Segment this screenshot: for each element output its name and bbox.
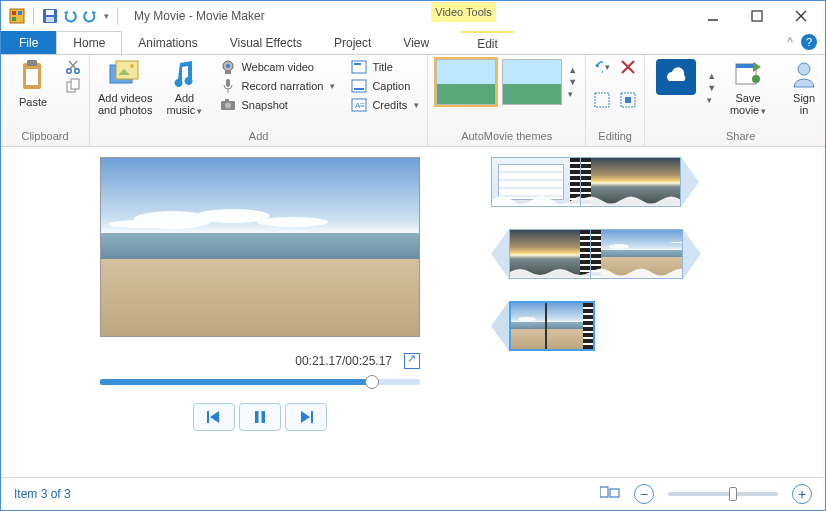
clip-2a[interactable] <box>509 229 591 279</box>
seek-bar[interactable] <box>100 379 420 385</box>
group-label-share: Share <box>653 130 826 144</box>
tab-visual-effects[interactable]: Visual Effects <box>214 31 318 54</box>
timeline-pane[interactable] <box>471 147 825 477</box>
svg-rect-6 <box>46 10 54 15</box>
svg-rect-1 <box>12 11 16 15</box>
undo-icon[interactable] <box>62 8 78 24</box>
caption-button[interactable]: Caption <box>351 78 419 94</box>
tab-project[interactable]: Project <box>318 31 387 54</box>
svg-text:A≡: A≡ <box>355 101 365 110</box>
svg-rect-42 <box>625 97 631 103</box>
add-music-label: Add music▾ <box>167 92 203 117</box>
zoom-slider[interactable] <box>668 492 778 496</box>
tab-view[interactable]: View <box>387 31 445 54</box>
svg-rect-20 <box>71 79 79 89</box>
svg-point-16 <box>75 69 79 73</box>
svg-rect-9 <box>752 11 762 21</box>
group-label-clipboard: Clipboard <box>9 130 81 144</box>
svg-rect-52 <box>610 489 619 497</box>
redo-icon[interactable] <box>82 8 98 24</box>
cut-icon[interactable] <box>65 59 81 75</box>
webcam-video-button[interactable]: Webcam video <box>220 59 335 75</box>
theme-scroll-down[interactable]: ▼ <box>568 77 577 87</box>
timeline-playhead[interactable] <box>545 301 547 351</box>
svg-rect-22 <box>116 61 138 79</box>
contextual-tab-header: Video Tools <box>431 2 496 22</box>
next-frame-button[interactable] <box>285 403 327 431</box>
tab-edit[interactable]: Edit <box>461 31 514 54</box>
tab-animations[interactable]: Animations <box>122 31 213 54</box>
rotate-icon[interactable]: ▾ <box>594 59 610 75</box>
microphone-icon <box>220 78 236 94</box>
timeline-row-2 <box>491 229 795 279</box>
minimize-button[interactable] <box>691 3 735 29</box>
zoom-thumb[interactable] <box>729 487 737 501</box>
zoom-out-button[interactable]: − <box>634 484 654 504</box>
delete-icon[interactable] <box>620 59 636 75</box>
theme-more[interactable]: ▾ <box>568 89 577 99</box>
select-all-icon[interactable] <box>594 92 610 108</box>
share-more[interactable]: ▾ <box>707 95 716 105</box>
theme-scroll-up[interactable]: ▲ <box>568 65 577 75</box>
paste-label: Paste <box>19 96 47 108</box>
svg-rect-13 <box>27 60 37 66</box>
share-scroll-up[interactable]: ▲ <box>707 71 716 81</box>
qat-customize-icon[interactable]: ▾ <box>104 11 109 21</box>
share-scroll-down[interactable]: ▼ <box>707 83 716 93</box>
credits-icon: A≡ <box>351 97 367 113</box>
save-icon[interactable] <box>42 8 58 24</box>
add-videos-photos-button[interactable]: Add videos and photos <box>98 59 152 116</box>
fullscreen-icon[interactable] <box>404 353 420 369</box>
group-label-automovie: AutoMovie themes <box>436 130 577 144</box>
maximize-button[interactable] <box>735 3 779 29</box>
title-bar: ▾ My Movie - Movie Maker Video Tools <box>1 1 825 31</box>
group-label-add: Add <box>98 130 419 144</box>
save-movie-button[interactable]: Save movie▾ <box>724 59 772 117</box>
app-icon <box>9 8 25 24</box>
ribbon-collapse-icon[interactable]: ^ <box>787 35 793 49</box>
timeline-row-3 <box>491 301 795 351</box>
svg-rect-4 <box>18 17 22 21</box>
credits-button[interactable]: A≡Credits▾ <box>351 97 419 113</box>
svg-point-15 <box>67 69 71 73</box>
sign-in-label: Sign in <box>793 92 815 116</box>
svg-rect-34 <box>352 80 366 92</box>
clip-3[interactable] <box>509 301 595 351</box>
svg-rect-40 <box>595 93 609 107</box>
tab-home[interactable]: Home <box>56 31 122 54</box>
ribbon-group-editing: ▾ Editing <box>586 55 645 146</box>
add-music-button[interactable]: Add music▾ <box>160 59 208 117</box>
prev-frame-button[interactable] <box>193 403 235 431</box>
automovie-theme-2[interactable] <box>502 59 562 105</box>
zoom-in-button[interactable]: + <box>792 484 812 504</box>
svg-point-25 <box>226 64 230 68</box>
copy-icon[interactable] <box>65 78 81 94</box>
clip-1a[interactable] <box>491 157 581 207</box>
svg-rect-47 <box>207 411 209 423</box>
title-button[interactable]: Title <box>351 59 419 75</box>
automovie-theme-1[interactable] <box>436 59 496 105</box>
window-title: My Movie - Movie Maker <box>134 9 265 23</box>
svg-point-45 <box>752 75 760 83</box>
ribbon-group-share: ▲ ▼ ▾ Save movie▾ Sign in Share <box>645 55 826 146</box>
paste-button[interactable]: Paste <box>9 59 57 108</box>
seek-thumb[interactable] <box>365 375 379 389</box>
thumbnail-size-icon[interactable] <box>600 484 620 503</box>
record-narration-button[interactable]: Record narration▾ <box>220 78 335 94</box>
preview-video[interactable] <box>100 157 420 337</box>
status-item-text: Item 3 of 3 <box>14 487 71 501</box>
preview-pane: 00:21.17/00:25.17 <box>1 147 471 477</box>
close-button[interactable] <box>779 3 823 29</box>
svg-point-30 <box>225 103 231 109</box>
clip-2b[interactable] <box>591 229 683 279</box>
tab-file[interactable]: File <box>1 31 56 54</box>
clip-1b[interactable] <box>581 157 681 207</box>
svg-rect-49 <box>262 411 266 423</box>
pause-button[interactable] <box>239 403 281 431</box>
snapshot-button[interactable]: Snapshot <box>220 97 335 113</box>
add-videos-label: Add videos and photos <box>98 92 152 116</box>
share-cloud-button[interactable] <box>653 59 699 95</box>
sign-in-button[interactable]: Sign in <box>780 59 826 116</box>
help-icon[interactable]: ? <box>801 34 817 50</box>
select-frame-icon[interactable] <box>620 92 636 108</box>
